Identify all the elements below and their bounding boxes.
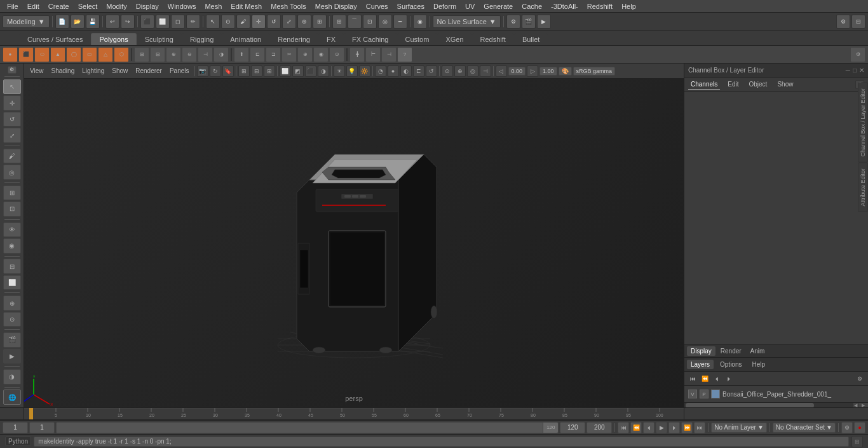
save-scene-button[interactable]: 💾: [86, 15, 100, 29]
smooth-wire-icon[interactable]: ◑: [318, 65, 329, 77]
range-start-field[interactable]: 120: [560, 422, 585, 433]
xray-button[interactable]: ◑: [3, 369, 21, 384]
panel-maximize-button[interactable]: □: [853, 67, 857, 74]
go-start-button[interactable]: ⏮: [618, 422, 629, 433]
vp-menu-shading[interactable]: Shading: [48, 67, 78, 75]
render-settings-button[interactable]: ⚙: [506, 15, 520, 29]
layers-help-tab[interactable]: Help: [748, 360, 769, 369]
target-weld-icon[interactable]: ⊙: [329, 47, 344, 62]
mirror-icon[interactable]: ⊣: [198, 47, 213, 62]
camera-icon[interactable]: 📷: [197, 65, 208, 77]
animation-left-button[interactable]: ▶: [3, 349, 21, 364]
snap-mode-button[interactable]: ⊡: [3, 201, 21, 217]
no-anim-layer-dropdown[interactable]: No Anim Layer ▼: [711, 423, 767, 433]
snap-curve-button[interactable]: ⌒: [348, 15, 362, 29]
settings-button[interactable]: ⚙: [836, 15, 850, 29]
sculpt-tool-left-button[interactable]: ◎: [3, 165, 21, 180]
tab-animation[interactable]: Animation: [222, 33, 269, 45]
go-end-button[interactable]: ⏭: [694, 422, 705, 433]
redo-button[interactable]: ↪: [121, 15, 135, 29]
settings-left-icon[interactable]: ⚙: [8, 66, 17, 74]
gamma-up-icon[interactable]: ▷: [527, 65, 538, 77]
tab-curves-surfaces[interactable]: Curves / Surfaces: [19, 33, 91, 45]
new-scene-button[interactable]: 📄: [55, 15, 69, 29]
no-char-set-dropdown[interactable]: No Character Set ▼: [773, 423, 836, 433]
tab-display[interactable]: Display: [687, 346, 715, 356]
menu-mesh-tools[interactable]: Mesh Tools: [266, 1, 310, 11]
shadow-icon[interactable]: ◔: [375, 65, 386, 77]
menu-create[interactable]: Create: [44, 1, 74, 11]
component-mode-button[interactable]: ⊞: [3, 186, 21, 201]
universal-tool-button[interactable]: ⊕: [297, 15, 311, 29]
separate-icon[interactable]: ⊟: [150, 47, 165, 62]
select-comp-button[interactable]: ◻: [171, 15, 185, 29]
step-fwd-button[interactable]: ⏩: [681, 422, 693, 433]
panel-close-button[interactable]: ✕: [859, 67, 864, 74]
menu-uv[interactable]: UV: [461, 1, 479, 11]
torus-icon[interactable]: ◯: [66, 47, 81, 62]
grid-display-icon[interactable]: ⊞: [264, 65, 275, 77]
layer-color-swatch[interactable]: [711, 390, 720, 398]
ao-icon[interactable]: ●: [388, 65, 399, 77]
vp-menu-renderer[interactable]: Renderer: [132, 67, 165, 75]
merge-icon[interactable]: ⊣: [381, 47, 397, 62]
isolate-button[interactable]: ◉: [3, 238, 21, 254]
aa-icon[interactable]: ◐: [400, 65, 412, 77]
attribute-editor-side-tab[interactable]: Attribute Editor: [858, 163, 868, 212]
layer-settings-button[interactable]: ⚙: [854, 373, 865, 384]
snap-point-button[interactable]: ⊡: [363, 15, 377, 29]
menu-redshift[interactable]: Redshift: [583, 1, 617, 11]
range-slider[interactable]: 120: [56, 422, 559, 433]
menu-cache[interactable]: Cache: [517, 1, 546, 11]
show-hide-button[interactable]: 👁: [3, 222, 21, 238]
layer-prev-button[interactable]: ⏴: [711, 373, 722, 384]
menu-curves[interactable]: Curves: [362, 1, 393, 11]
scale-tool-left-button[interactable]: ⤢: [3, 128, 21, 143]
tab-bullet[interactable]: Bullet: [514, 33, 548, 45]
boolean-diff-icon[interactable]: ⊖: [182, 47, 197, 62]
fill-hole-icon[interactable]: ◉: [313, 47, 329, 62]
layers-options-tab[interactable]: Options: [716, 360, 745, 369]
move-tool-button[interactable]: ✛: [252, 15, 266, 29]
smooth-icon[interactable]: ◑: [214, 47, 229, 62]
layer-visibility-button[interactable]: V: [688, 390, 697, 398]
tab-anim[interactable]: Anim: [747, 346, 769, 356]
boolean-union-icon[interactable]: ⊕: [166, 47, 181, 62]
ipr-button[interactable]: ▶: [537, 15, 551, 29]
color-space-dropdown[interactable]: sRGB gamma: [573, 67, 616, 76]
move-tool-left-button[interactable]: ✛: [3, 95, 21, 111]
layer-next-button[interactable]: ⏵: [723, 373, 735, 384]
multi-cut-icon[interactable]: ⊕: [297, 47, 313, 62]
auto-key-button[interactable]: ●: [854, 422, 865, 433]
layer-new-empty-button[interactable]: ⏪: [699, 373, 710, 384]
detach-icon[interactable]: ⊢: [365, 47, 381, 62]
tab-polygons[interactable]: Polygons: [91, 33, 136, 45]
vp-menu-view[interactable]: View: [27, 67, 47, 75]
undo-button[interactable]: ↩: [105, 15, 119, 29]
tab-xgen[interactable]: XGen: [437, 33, 471, 45]
layers-tab[interactable]: Layers: [687, 360, 714, 369]
sphere-icon[interactable]: ●: [3, 47, 18, 62]
select-tool-left-button[interactable]: ↖: [3, 79, 21, 95]
menu-3dtoll[interactable]: -3DtoAll-: [546, 1, 583, 11]
python-tag[interactable]: Python: [5, 437, 31, 446]
cb-tab-channels[interactable]: Channels: [688, 79, 720, 90]
layer-item-1[interactable]: V P Bonsaii_Office_Paper_Shredder_001_: [686, 387, 867, 401]
play-button[interactable]: ▶: [656, 422, 667, 433]
soft-select-button[interactable]: ◉: [413, 15, 427, 29]
bevel-icon[interactable]: ⊐: [266, 47, 281, 62]
layout-button[interactable]: ⊟: [851, 15, 865, 29]
tab-render[interactable]: Render: [717, 346, 745, 356]
light-scene-icon[interactable]: 🔆: [359, 65, 370, 77]
rotate-tool-left-button[interactable]: ↺: [3, 112, 21, 127]
step-back-button[interactable]: ⏪: [630, 422, 642, 433]
settings-shelf-icon[interactable]: ⚙: [850, 47, 865, 62]
live-surface-dropdown[interactable]: No Live Surface ▼: [433, 15, 501, 28]
menu-modify[interactable]: Modify: [102, 1, 131, 11]
panel-minimize-button[interactable]: ─: [846, 67, 850, 74]
menu-select[interactable]: Select: [74, 1, 102, 11]
show-manip-button[interactable]: ⊞: [313, 15, 327, 29]
workspace-dropdown[interactable]: Modeling ▼: [3, 15, 50, 28]
question-icon[interactable]: ?: [397, 47, 412, 62]
wireframe-button[interactable]: ⬜: [3, 275, 21, 290]
